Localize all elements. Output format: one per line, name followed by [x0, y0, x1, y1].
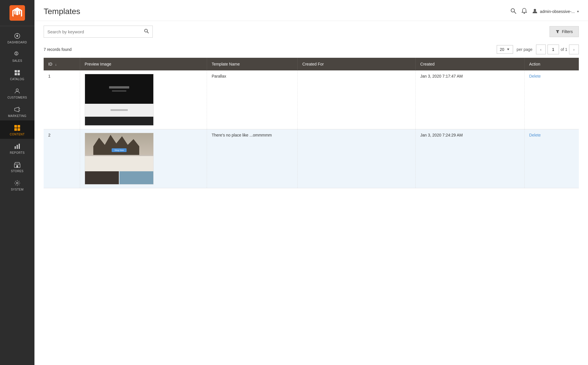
preview-bottom — [85, 171, 153, 184]
row-1-id: 1 — [44, 70, 80, 129]
customers-icon — [14, 88, 21, 95]
per-page-label: per page — [517, 47, 532, 52]
row-2-id: 2 — [44, 129, 80, 188]
user-dropdown-icon: ▾ — [577, 9, 579, 14]
svg-rect-7 — [18, 70, 20, 72]
table-header-row: ID ↓ Preview Image Template Name Created… — [44, 58, 579, 70]
svg-line-28 — [147, 32, 149, 33]
svg-rect-9 — [18, 73, 20, 75]
col-header-id[interactable]: ID ↓ — [44, 58, 80, 70]
header-actions: admin-obsessive-... ▾ — [510, 8, 579, 16]
row-1-delete-button[interactable]: Delete — [529, 74, 541, 78]
next-page-icon: › — [573, 47, 575, 52]
svg-point-10 — [16, 89, 18, 91]
page-number-input[interactable] — [548, 45, 559, 54]
row-2-delete-button[interactable]: Delete — [529, 133, 541, 137]
sidebar-item-content[interactable]: CONTENT — [0, 120, 34, 139]
search-container — [44, 26, 153, 38]
svg-text:$: $ — [16, 52, 17, 55]
preview-middle — [85, 156, 153, 171]
sidebar-item-sales[interactable]: $ SALES — [0, 47, 34, 65]
svg-line-24 — [514, 12, 516, 14]
table-row: 2 Shop Now — [44, 129, 579, 188]
row-1-action: Delete — [524, 70, 579, 129]
sidebar-item-stores[interactable]: STORES — [0, 157, 34, 176]
customers-label: CUSTOMERS — [7, 96, 27, 99]
user-avatar-icon — [532, 8, 538, 15]
search-input[interactable] — [47, 29, 144, 34]
marketing-icon — [14, 106, 21, 113]
svg-rect-18 — [17, 145, 18, 149]
col-header-name: Template Name — [207, 58, 298, 70]
templates-table: ID ↓ Preview Image Template Name Created… — [44, 58, 579, 188]
main-content: Templates admin-obsessive-... ▾ — [34, 0, 588, 365]
catalog-icon — [14, 69, 21, 76]
dashboard-label: DASHBOARD — [7, 41, 27, 44]
row-2-preview: Shop Now — [80, 129, 207, 188]
sales-label: SALES — [12, 59, 22, 62]
sidebar-item-catalog[interactable]: CATALOG — [0, 65, 34, 84]
dashboard-icon — [14, 32, 21, 39]
magento-logo-icon — [9, 5, 25, 21]
marketing-label: MARKETING — [8, 114, 26, 118]
notification-bell-icon[interactable] — [521, 8, 527, 16]
row-2-action: Delete — [524, 129, 579, 188]
table-header: ID ↓ Preview Image Template Name Created… — [44, 58, 579, 70]
content-icon — [14, 124, 21, 131]
prev-page-button[interactable]: ‹ — [536, 45, 546, 54]
records-count: 7 records found — [44, 47, 493, 52]
sidebar: DASHBOARD $ SALES CATALOG CUSTOMERS MARK… — [0, 0, 34, 365]
search-button[interactable] — [144, 28, 149, 35]
toolbar: Filters — [34, 21, 588, 42]
row-1-preview-image — [85, 74, 154, 126]
logo-container — [0, 0, 34, 26]
user-menu[interactable]: admin-obsessive-... ▾ — [532, 8, 579, 15]
svg-point-26 — [534, 9, 536, 11]
sales-icon: $ — [14, 51, 21, 58]
reports-label: REPORTS — [10, 151, 25, 154]
header: Templates admin-obsessive-... ▾ — [34, 0, 588, 21]
next-page-button[interactable]: › — [569, 45, 579, 54]
filters-label: Filters — [562, 29, 573, 34]
per-page-select[interactable]: 20 — [497, 45, 513, 54]
system-label: SYSTEM — [11, 188, 24, 191]
stores-icon — [14, 161, 21, 168]
row-2-preview-image: Shop Now — [85, 133, 154, 185]
row-1-created-for — [298, 70, 416, 129]
svg-rect-14 — [18, 125, 20, 128]
col-header-preview: Preview Image — [80, 58, 207, 70]
row-1-created: Jan 3, 2020 7:17:47 AM — [415, 70, 524, 129]
header-search-icon[interactable] — [510, 8, 517, 16]
row-1-template-name: Parallax — [207, 70, 298, 129]
svg-rect-8 — [15, 73, 17, 75]
sidebar-item-marketing[interactable]: MARKETING — [0, 102, 34, 120]
col-header-created: Created — [415, 58, 524, 70]
page-total: of 1 — [561, 47, 567, 52]
row-1-preview — [80, 70, 207, 129]
svg-rect-13 — [14, 125, 17, 128]
sort-icon-id: ↓ — [55, 63, 57, 66]
sidebar-item-system[interactable]: SYSTEM — [0, 176, 34, 194]
svg-rect-15 — [14, 128, 17, 131]
table-wrapper: ID ↓ Preview Image Template Name Created… — [34, 58, 588, 365]
svg-point-23 — [511, 9, 514, 12]
svg-marker-30 — [507, 49, 509, 50]
table-row: 1 — [44, 70, 579, 129]
svg-rect-17 — [15, 146, 16, 149]
svg-point-2 — [16, 35, 18, 37]
filters-button[interactable]: Filters — [550, 26, 579, 37]
sidebar-item-dashboard[interactable]: DASHBOARD — [0, 28, 34, 47]
sidebar-item-customers[interactable]: CUSTOMERS — [0, 84, 34, 102]
row-2-created-for — [298, 129, 416, 188]
svg-rect-19 — [19, 144, 20, 149]
preview-top: Shop Now — [85, 133, 153, 156]
catalog-label: CATALOG — [10, 78, 24, 81]
svg-marker-29 — [556, 30, 559, 33]
table-body: 1 — [44, 70, 579, 188]
per-page-value: 20 — [500, 47, 504, 52]
row-2-preview-light: Shop Now — [85, 133, 153, 184]
sidebar-item-reports[interactable]: REPORTS — [0, 139, 34, 157]
svg-rect-16 — [18, 128, 20, 131]
stores-label: STORES — [11, 170, 24, 173]
svg-rect-6 — [15, 70, 17, 72]
